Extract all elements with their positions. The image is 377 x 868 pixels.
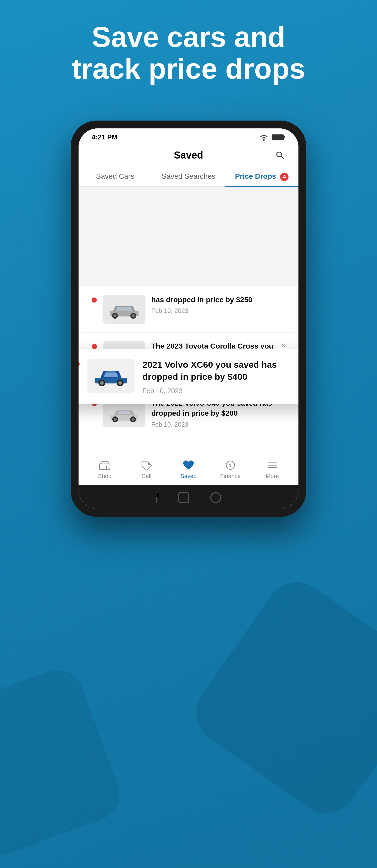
item-0-title: has dropped in price by $250 (151, 295, 285, 305)
item-0-date: Feb 10, 2023 (151, 307, 285, 314)
nav-sell-label: Sell (142, 473, 151, 479)
android-recent-btn[interactable] (210, 492, 221, 503)
svg-point-30 (114, 418, 117, 421)
content-area: 2021 Volvo XC60 you saved has dropped in… (78, 187, 299, 453)
svg-point-32 (131, 418, 135, 421)
notification-card: 2021 Volvo XC60 you saved has dropped in… (78, 349, 299, 405)
item-0-unread-dot (92, 298, 97, 303)
headline: Save cars and track price drops (0, 21, 377, 84)
svg-rect-1 (272, 135, 283, 140)
search-button[interactable] (274, 150, 285, 161)
shop-icon (98, 460, 111, 471)
price-drops-badge: 4 (280, 173, 288, 181)
item-2-date: Feb 10, 2023 (151, 421, 275, 428)
svg-point-16 (113, 314, 116, 317)
notif-car-image (88, 359, 135, 393)
svg-rect-34 (103, 466, 107, 470)
search-icon (275, 150, 284, 160)
android-nav-bar: ||| (78, 485, 299, 509)
item-0-content: has dropped in price by $250 Feb 10, 202… (151, 295, 285, 315)
item-1-close-button[interactable]: × (281, 341, 285, 350)
saved-icon (182, 460, 195, 471)
volvo-xc90-image (106, 298, 142, 321)
tab-saved-searches[interactable]: Saved Searches (152, 166, 225, 186)
app-title: Saved (174, 150, 203, 161)
notif-title: 2021 Volvo XC60 you saved has dropped in… (142, 359, 290, 383)
svg-rect-33 (100, 464, 110, 470)
tab-saved-cars[interactable]: Saved Cars (78, 166, 152, 186)
bottom-space (78, 437, 299, 453)
finance-icon: $ (224, 460, 237, 471)
nav-sell[interactable]: Sell (126, 460, 168, 479)
bottom-nav: Shop Sell (78, 453, 299, 485)
status-bar: 4:21 PM (78, 128, 299, 145)
nav-finance-label: Finance (220, 473, 241, 479)
volvo-c40-image (106, 401, 142, 425)
nav-finance[interactable]: $ Finance (209, 460, 251, 479)
android-home-btn[interactable] (178, 492, 189, 503)
svg-text:$: $ (229, 463, 232, 468)
svg-point-11 (118, 381, 122, 385)
notif-text: 2021 Volvo XC60 you saved has dropped in… (142, 359, 290, 395)
svg-point-35 (148, 463, 150, 465)
svg-point-0 (263, 139, 265, 141)
tabs-container: Saved Cars Saved Searches Price Drops 4 (78, 166, 299, 187)
nav-saved[interactable]: Saved (168, 460, 209, 479)
nav-shop[interactable]: Shop (84, 460, 126, 479)
spacer (78, 187, 299, 302)
item-0-car-image (103, 295, 145, 324)
phone-frame: 4:21 PM (71, 121, 306, 517)
price-drop-item-0: has dropped in price by $250 Feb 10, 202… (78, 286, 299, 332)
notif-unread-dot (78, 361, 79, 367)
headline-line1: Save cars and (42, 21, 335, 53)
svg-point-9 (100, 381, 104, 385)
headline-line2: track price drops (42, 53, 335, 84)
svg-rect-2 (283, 136, 285, 138)
phone-wrapper: 4:21 PM (71, 121, 306, 517)
wifi-icon (259, 134, 269, 141)
phone-screen: 4:21 PM (78, 128, 299, 509)
status-time: 4:21 PM (92, 133, 117, 141)
nav-saved-label: Saved (180, 473, 197, 479)
nav-shop-label: Shop (98, 473, 111, 479)
svg-line-4 (281, 156, 283, 159)
svg-point-18 (132, 314, 135, 317)
volvo-xc60-blue-image (90, 362, 132, 390)
status-icons (259, 134, 285, 141)
android-back-btn[interactable]: ||| (156, 492, 157, 503)
tab-price-drops[interactable]: Price Drops 4 (225, 166, 299, 186)
battery-icon (272, 134, 285, 141)
app-header: Saved (78, 145, 299, 166)
more-icon (266, 460, 279, 471)
nav-more-label: More (266, 473, 279, 479)
nav-more[interactable]: More (251, 460, 293, 479)
sell-icon (140, 460, 153, 471)
item-1-unread-dot (92, 344, 97, 349)
notif-date: Feb 10, 2023 (142, 387, 290, 395)
